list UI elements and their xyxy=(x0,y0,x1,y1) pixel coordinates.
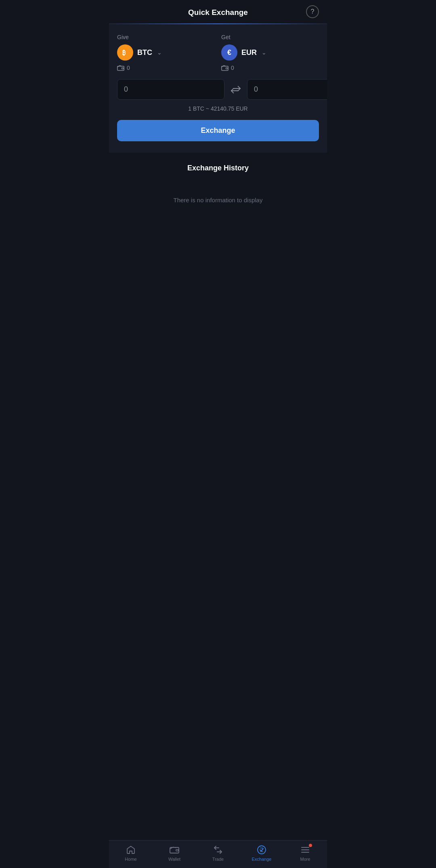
currency-row: Give ₿ BTC ⌄ 0 Get xyxy=(117,34,319,71)
give-label: Give xyxy=(117,34,215,40)
give-currency-name: BTC xyxy=(137,48,152,57)
question-icon: ? xyxy=(311,8,314,15)
input-row xyxy=(117,79,319,100)
give-wallet-icon xyxy=(117,65,124,71)
exchange-button[interactable]: Exchange xyxy=(117,120,319,141)
help-button[interactable]: ? xyxy=(306,5,319,18)
eur-icon: € xyxy=(221,44,237,61)
exchange-rate: 1 BTC ~ 42140.75 EUR xyxy=(117,105,319,112)
get-balance-row: 0 xyxy=(221,65,319,71)
get-chevron-icon: ⌄ xyxy=(262,49,266,56)
page-title: Quick Exchange xyxy=(188,8,248,17)
get-label: Get xyxy=(221,34,319,40)
history-title: Exchange History xyxy=(117,164,319,172)
give-currency-selector[interactable]: ₿ BTC ⌄ xyxy=(117,44,215,61)
get-side: Get € EUR ⌄ 0 xyxy=(221,34,319,71)
btc-icon: ₿ xyxy=(117,44,133,61)
exchange-card: Give ₿ BTC ⌄ 0 Get xyxy=(109,24,327,153)
give-balance-value: 0 xyxy=(127,65,130,71)
history-section: Exchange History There is no information… xyxy=(109,153,327,354)
get-currency-selector[interactable]: € EUR ⌄ xyxy=(221,44,319,61)
svg-text:₿: ₿ xyxy=(122,49,126,56)
get-amount-input[interactable] xyxy=(247,79,327,100)
give-balance-row: 0 xyxy=(117,65,215,71)
header: Quick Exchange ? xyxy=(109,0,327,23)
svg-rect-3 xyxy=(222,66,228,71)
history-empty-text: There is no information to display xyxy=(117,197,319,203)
svg-rect-2 xyxy=(122,68,123,69)
give-amount-input[interactable] xyxy=(117,79,224,100)
get-currency-name: EUR xyxy=(241,48,257,57)
svg-rect-1 xyxy=(117,66,124,71)
swap-arrows-icon xyxy=(231,85,241,94)
get-balance-value: 0 xyxy=(231,65,234,71)
euro-symbol: € xyxy=(227,48,231,57)
svg-rect-4 xyxy=(226,68,227,69)
get-wallet-icon xyxy=(221,65,228,71)
bitcoin-symbol: ₿ xyxy=(121,48,130,57)
swap-button[interactable] xyxy=(228,82,243,97)
give-chevron-icon: ⌄ xyxy=(157,49,162,56)
give-side: Give ₿ BTC ⌄ 0 xyxy=(117,34,215,71)
